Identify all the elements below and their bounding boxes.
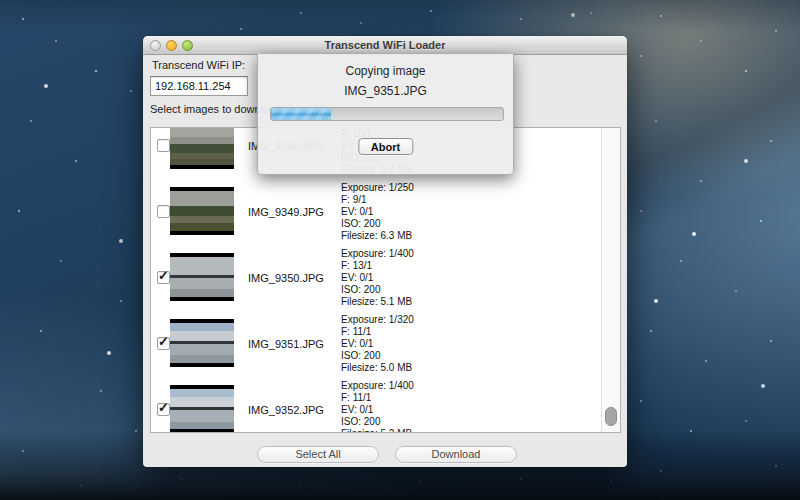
window-titlebar[interactable]: Transcend WiFi Loader [143, 36, 627, 55]
exif-ev: EV: 0/1 [341, 404, 414, 416]
sheet-filename: IMG_9351.JPG [258, 84, 513, 98]
image-checkbox[interactable] [157, 139, 170, 152]
app-window: Transcend WiFi Loader Transcend WiFi IP:… [143, 36, 627, 467]
exif-ev: EV: 0/1 [341, 272, 414, 284]
image-row[interactable]: IMG_9350.JPG Exposure: 1/400 F: 13/1 EV:… [151, 244, 601, 310]
exif-exposure: Exposure: 1/400 [341, 248, 414, 260]
exif-f: F: 11/1 [341, 326, 414, 338]
desktop-wallpaper: Transcend WiFi Loader Transcend WiFi IP:… [0, 0, 800, 500]
star-field-bright [0, 0, 2, 2]
scrollbar-track[interactable] [601, 128, 620, 432]
image-checkbox[interactable] [157, 205, 170, 218]
image-row[interactable]: IMG_9351.JPG Exposure: 1/320 F: 11/1 EV:… [151, 310, 601, 376]
image-exif: Exposure: 1/400 F: 11/1 EV: 0/1 ISO: 200… [341, 380, 414, 433]
ip-label: Transcend WiFi IP: [152, 59, 245, 71]
image-checkbox[interactable] [157, 403, 170, 416]
image-thumbnail [170, 187, 234, 235]
exif-f: F: 9/1 [341, 194, 414, 206]
exif-filesize: Filesize: 5.2 MB [341, 428, 414, 433]
exif-filesize: Filesize: 5.0 MB [341, 362, 414, 374]
exif-ev: EV: 0/1 [341, 206, 414, 218]
sheet-title: Copying image [258, 64, 513, 78]
exif-f: F: 13/1 [341, 260, 414, 272]
copy-progress-sheet: Copying image IMG_9351.JPG Abort [257, 54, 514, 175]
image-thumbnail [170, 253, 234, 301]
ip-input[interactable] [150, 76, 248, 96]
image-filename: IMG_9352.JPG [248, 404, 324, 416]
exif-exposure: Exposure: 1/320 [341, 314, 414, 326]
exif-filesize: Filesize: 6.3 MB [341, 230, 414, 242]
exif-iso: ISO: 200 [341, 416, 414, 428]
progress-fill [271, 108, 331, 120]
image-thumbnail [170, 319, 234, 367]
image-checkbox[interactable] [157, 337, 170, 350]
exif-iso: ISO: 200 [341, 284, 414, 296]
image-row[interactable]: IMG_9349.JPG Exposure: 1/250 F: 9/1 EV: … [151, 178, 601, 244]
download-button[interactable]: Download [395, 446, 517, 463]
image-filename: IMG_9350.JPG [248, 272, 324, 284]
abort-button[interactable]: Abort [358, 138, 413, 155]
exif-iso: ISO: 200 [341, 350, 414, 362]
image-checkbox[interactable] [157, 271, 170, 284]
scrollbar-thumb[interactable] [605, 407, 617, 426]
image-filename: IMG_9349.JPG [248, 206, 324, 218]
image-thumbnail [170, 385, 234, 433]
image-exif: Exposure: 1/400 F: 13/1 EV: 0/1 ISO: 200… [341, 248, 414, 308]
exif-exposure: Exposure: 1/400 [341, 380, 414, 392]
image-exif: Exposure: 1/320 F: 11/1 EV: 0/1 ISO: 200… [341, 314, 414, 374]
image-filename: IMG_9351.JPG [248, 338, 324, 350]
exif-filesize: Filesize: 5.1 MB [341, 296, 414, 308]
exif-f: F: 11/1 [341, 392, 414, 404]
copy-progress-bar [270, 107, 504, 121]
exif-ev: EV: 0/1 [341, 338, 414, 350]
select-all-button[interactable]: Select All [257, 446, 379, 463]
image-exif: Exposure: 1/250 F: 9/1 EV: 0/1 ISO: 200 … [341, 182, 414, 242]
window-title: Transcend WiFi Loader [143, 36, 627, 54]
image-row[interactable]: IMG_9352.JPG Exposure: 1/400 F: 11/1 EV:… [151, 376, 601, 433]
exif-iso: ISO: 200 [341, 218, 414, 230]
exif-exposure: Exposure: 1/250 [341, 182, 414, 194]
image-thumbnail [170, 127, 234, 169]
